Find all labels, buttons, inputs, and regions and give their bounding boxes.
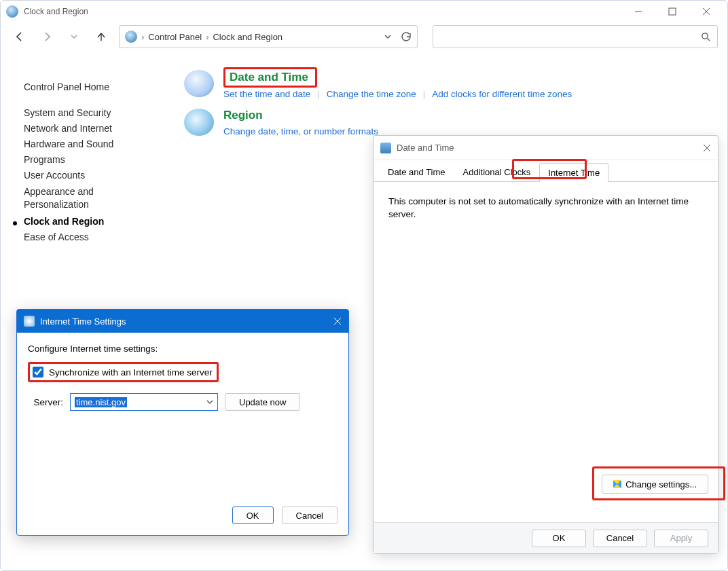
apply-button: Apply [654, 530, 708, 547]
link-set-time[interactable]: Set the time and date [223, 89, 310, 99]
forward-button[interactable] [37, 27, 56, 46]
sidebar-item-home[interactable]: Control Panel Home [24, 81, 158, 92]
highlight-change-settings [592, 466, 725, 500]
search-input[interactable] [433, 25, 718, 48]
dialog-content: This computer is not set to automaticall… [374, 182, 718, 235]
highlight-sync-checkbox: Synchronize with an Internet time server [28, 362, 219, 382]
server-label: Server: [28, 397, 63, 407]
sidebar-item-clock-region[interactable]: Clock and Region [24, 216, 158, 227]
sidebar-item-accounts[interactable]: User Accounts [24, 170, 158, 181]
svg-rect-1 [669, 8, 676, 15]
minimize-button[interactable] [623, 2, 654, 21]
cancel-button[interactable]: Cancel [593, 530, 647, 547]
category-region[interactable]: Region [223, 109, 263, 122]
category-date-time[interactable]: Date and Time [230, 71, 308, 84]
sidebar-item-ease[interactable]: Ease of Access [24, 232, 158, 242]
dialog-titlebar: Date and Time [374, 136, 718, 160]
sidebar-item-programs[interactable]: Programs [24, 154, 158, 165]
sidebar-item-appearance[interactable]: Appearance and Personalization [24, 185, 158, 211]
date-time-dialog-icon [380, 143, 391, 153]
dialog-title: Date and Time [397, 143, 454, 153]
address-dropdown[interactable] [384, 35, 397, 39]
dialog-button-bar: OK Cancel Apply [374, 522, 718, 553]
sidebar-item-hardware[interactable]: Hardware and Sound [24, 139, 158, 149]
clock-icon [24, 316, 35, 327]
link-change-formats[interactable]: Change date, time, or number formats [223, 126, 378, 136]
chevron-right-icon: › [141, 32, 144, 42]
subtitle: Configure Internet time settings: [28, 344, 338, 354]
sidebar-item-network[interactable]: Network and Internet [24, 123, 158, 134]
cancel-button[interactable]: Cancel [282, 506, 338, 524]
chevron-right-icon: › [206, 32, 208, 42]
sync-checkbox[interactable] [33, 367, 43, 377]
globe-clock-icon [125, 31, 137, 43]
sync-status-message: This computer is not set to automaticall… [388, 196, 689, 219]
window-titlebar: Clock and Region [1, 1, 727, 22]
server-value: time.nist.gov [75, 397, 127, 407]
window-title: Clock and Region [24, 7, 88, 16]
chevron-down-icon [206, 400, 213, 404]
highlight-internet-time-tab [512, 159, 587, 179]
recent-dropdown[interactable] [65, 27, 84, 46]
breadcrumb-leaf[interactable]: Clock and Region [213, 32, 283, 42]
sync-label: Synchronize with an Internet time server [49, 367, 213, 377]
highlight-date-time: Date and Time [223, 67, 317, 88]
globe-clock-icon [6, 5, 18, 18]
refresh-button[interactable] [401, 31, 412, 42]
svg-line-5 [708, 39, 710, 41]
back-button[interactable] [10, 27, 29, 46]
dialog-title: Internet Time Settings [40, 316, 126, 327]
ok-button[interactable]: OK [232, 506, 274, 524]
dialog-titlebar: Internet Time Settings [17, 310, 348, 333]
link-change-timezone[interactable]: Change the time zone [327, 89, 416, 99]
update-now-button[interactable]: Update now [225, 393, 300, 411]
region-icon [184, 109, 214, 136]
maximize-button[interactable] [657, 2, 688, 21]
close-button[interactable] [703, 144, 711, 152]
ok-button[interactable]: OK [532, 530, 586, 547]
svg-point-4 [702, 33, 708, 39]
tab-date-time[interactable]: Date and Time [379, 162, 454, 181]
up-button[interactable] [92, 27, 111, 46]
server-combobox[interactable]: time.nist.gov [70, 393, 218, 411]
navigation-toolbar: › Control Panel › Clock and Region [1, 22, 727, 51]
sidebar-item-system[interactable]: System and Security [24, 107, 158, 118]
link-add-clocks[interactable]: Add clocks for different time zones [432, 89, 572, 99]
close-button[interactable] [691, 2, 722, 21]
date-time-icon [184, 70, 214, 97]
search-icon [701, 32, 710, 41]
address-bar[interactable]: › Control Panel › Clock and Region [119, 25, 418, 48]
breadcrumb-root[interactable]: Control Panel [148, 32, 202, 42]
close-button[interactable] [333, 317, 342, 325]
date-time-dialog: Date and Time Date and Time Additional C… [373, 135, 718, 554]
internet-time-settings-dialog: Internet Time Settings Configure Interne… [16, 309, 349, 536]
